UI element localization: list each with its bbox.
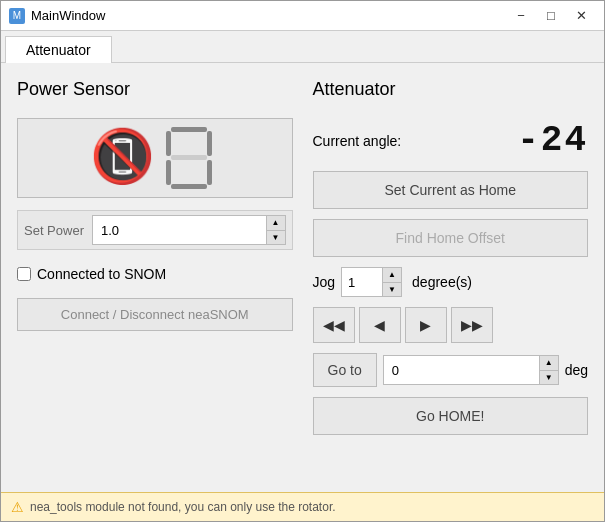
goto-input-wrapper: ▲ ▼ [383,355,559,385]
goto-spin-buttons: ▲ ▼ [539,356,558,384]
current-angle-row: Current angle: -24 [313,120,589,161]
forward-btn[interactable]: ▶ [405,307,447,343]
jog-input[interactable] [342,268,382,296]
snom-checkbox-row: Connected to SNOM [17,262,293,286]
power-spin-buttons: ▲ ▼ [266,216,285,244]
snom-checkbox[interactable] [17,267,31,281]
svg-rect-1 [166,131,171,156]
fast-forward-btn[interactable]: ▶▶ [451,307,493,343]
window-controls: − □ ✕ [506,2,596,30]
goto-input[interactable] [384,356,539,384]
deg-label: deg [565,362,588,378]
goto-button[interactable]: Go to [313,353,377,387]
lcd-value: 📵 [90,126,159,190]
goto-spin-down[interactable]: ▼ [540,370,558,384]
jog-spin-buttons: ▲ ▼ [382,268,401,296]
jog-input-wrapper: ▲ ▼ [341,267,402,297]
current-angle-label: Current angle: [313,133,402,149]
title-bar: M MainWindow − □ ✕ [1,1,604,31]
find-home-button[interactable]: Find Home Offset [313,219,589,257]
attenuator-title: Attenuator [313,79,589,100]
goto-row: Go to ▲ ▼ deg [313,353,589,387]
power-spin-down[interactable]: ▼ [267,230,285,244]
minimize-button[interactable]: − [506,2,536,30]
power-input[interactable] [93,216,266,244]
set-home-button[interactable]: Set Current as Home [313,171,589,209]
app-icon: M [9,8,25,24]
power-sensor-display: 📵 [17,118,293,198]
arrow-buttons-row: ◀◀ ◀ ▶ ▶▶ [313,307,589,343]
fast-backward-btn[interactable]: ◀◀ [313,307,355,343]
tab-bar: Attenuator [1,31,604,63]
close-button[interactable]: ✕ [566,2,596,30]
connect-button[interactable]: Connect / Disconnect neaSNOM [17,298,293,331]
snom-checkbox-label: Connected to SNOM [37,266,166,282]
set-power-label: Set Power [24,223,84,238]
left-panel: Power Sensor 📵 [17,79,293,476]
power-row: Set Power ▲ ▼ [17,210,293,250]
jog-label: Jog [313,274,336,290]
svg-rect-3 [171,155,207,160]
svg-rect-5 [207,160,212,185]
jog-degrees-label: degree(s) [412,274,472,290]
power-input-wrapper: ▲ ▼ [92,215,286,245]
tab-attenuator[interactable]: Attenuator [5,36,112,63]
svg-rect-6 [171,184,207,189]
current-angle-value: -24 [517,120,588,161]
window-title: MainWindow [31,8,506,23]
right-panel: Attenuator Current angle: -24 Set Curren… [313,79,589,476]
maximize-button[interactable]: □ [536,2,566,30]
svg-rect-4 [166,160,171,185]
status-bar: ⚠ nea_tools module not found, you can on… [1,492,604,521]
warning-icon: ⚠ [11,499,24,515]
power-spin-up[interactable]: ▲ [267,216,285,230]
main-content: Power Sensor 📵 [1,63,604,492]
backward-btn[interactable]: ◀ [359,307,401,343]
svg-rect-2 [207,131,212,156]
jog-spin-up[interactable]: ▲ [383,268,401,282]
main-window: M MainWindow − □ ✕ Attenuator Power Sens… [0,0,605,522]
jog-row: Jog ▲ ▼ degree(s) [313,267,589,297]
goto-spin-up[interactable]: ▲ [540,356,558,370]
power-sensor-title: Power Sensor [17,79,293,100]
jog-spin-down[interactable]: ▼ [383,282,401,296]
go-home-button[interactable]: Go HOME! [313,397,589,435]
status-message: nea_tools module not found, you can only… [30,500,336,514]
lcd-digit-svg [159,123,219,193]
svg-rect-0 [171,127,207,132]
